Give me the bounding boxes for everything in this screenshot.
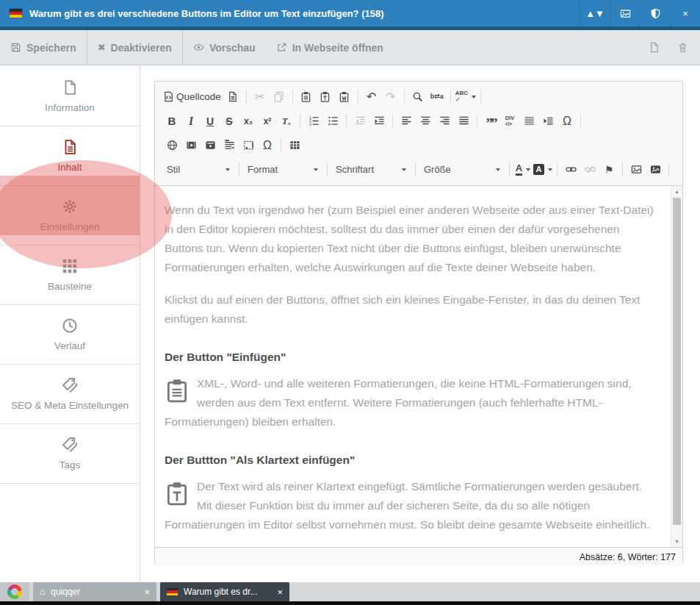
web-anchor-button[interactable] <box>163 137 181 154</box>
editor-content[interactable]: Wenn du Text von irgendwo her (zum Beisp… <box>155 186 682 547</box>
spellcheck-button[interactable]: ABC <box>455 88 476 106</box>
sidebar-item-information[interactable]: Information <box>0 67 140 126</box>
image-button[interactable] <box>627 161 645 179</box>
media-button-icon <box>620 8 631 19</box>
taskbar-tab-quiqqer[interactable]: ⌂quiqqer× <box>33 582 156 601</box>
align-center-button[interactable] <box>416 112 434 130</box>
size-select-label: Größe <box>424 164 451 175</box>
symbol-button[interactable]: Ω <box>259 137 276 154</box>
save-button[interactable]: Speichern <box>0 30 87 65</box>
taskbar-tab-page[interactable]: Warum gibt es dr...× <box>160 582 289 601</box>
clipboard-plain-text-icon <box>165 479 190 507</box>
line-spacing-button[interactable] <box>520 112 538 130</box>
content-heading: Der Buttton "Als Klartext einfügen" <box>165 451 659 470</box>
iframe-button[interactable] <box>239 137 257 154</box>
superscript-button[interactable]: x² <box>259 112 276 130</box>
delete-button[interactable] <box>677 42 688 53</box>
sidebar-item-inhalt-label: Inhalt <box>57 162 82 173</box>
indent-button[interactable] <box>370 112 388 130</box>
bullet-list-button[interactable] <box>324 112 342 130</box>
security-button[interactable] <box>640 0 670 26</box>
taskbar-tab-page-label: Warum gibt es dr... <box>184 587 257 597</box>
media-button[interactable] <box>610 0 640 26</box>
toolbar-separator <box>327 162 328 176</box>
spellcheck-button-icon: ABC <box>455 90 468 103</box>
outdent-button <box>351 112 369 130</box>
media-embed-button[interactable] <box>182 137 200 154</box>
source-button[interactable]: Quellcode <box>163 88 223 106</box>
underline-button[interactable]: U <box>201 112 219 130</box>
cut-button: ✂ <box>251 88 269 106</box>
italic-button-icon: I <box>189 115 193 127</box>
editor-scrollbar[interactable]: ▲ ▼ <box>671 186 682 547</box>
close-window-button[interactable]: × <box>670 0 700 26</box>
sidebar-item-inhalt[interactable]: Inhalt <box>0 126 140 186</box>
div-container-button[interactable]: DIV <box>501 112 519 130</box>
sidebar-item-tags-label: Tags <box>59 459 81 470</box>
scroll-up-icon[interactable]: ▲ <box>671 189 682 194</box>
youtube-button-icon <box>205 140 216 151</box>
style-select[interactable]: Stil <box>162 161 235 179</box>
new-page-button[interactable] <box>649 42 660 53</box>
sidebar-item-einstellungen[interactable]: Einstellungen <box>0 186 140 246</box>
paste-plain-text-button-icon <box>320 91 331 102</box>
table-button[interactable] <box>286 137 303 154</box>
undo-button[interactable]: ↶ <box>363 88 380 106</box>
anchor-button[interactable]: ⚑ <box>600 161 618 179</box>
scroll-down-icon[interactable]: ▼ <box>671 539 682 544</box>
editor-content-wrap: Wenn du Text von irgendwo her (zum Beisp… <box>155 186 682 547</box>
subscript-button[interactable]: x₂ <box>239 112 257 130</box>
close-tab-icon[interactable]: × <box>267 587 283 598</box>
chevron-down-icon <box>548 168 552 171</box>
size-select[interactable]: Größe <box>419 161 505 179</box>
replace-button[interactable]: b⇄a <box>428 88 446 106</box>
align-right-button[interactable] <box>436 112 453 130</box>
chevron-down-icon <box>496 168 500 171</box>
format-select[interactable]: Format <box>243 161 323 179</box>
paste-button[interactable] <box>297 88 315 106</box>
quiqqer-menu-button[interactable] <box>0 582 29 601</box>
deactivate-button[interactable]: ✖Deaktivieren <box>87 30 182 65</box>
style-select-label: Stil <box>167 164 180 175</box>
find-button[interactable] <box>409 88 427 106</box>
sidebar-item-tags[interactable]: Tags <box>0 424 140 484</box>
sidebar-item-verlauf[interactable]: Verlauf <box>0 305 140 365</box>
numbered-list-button[interactable] <box>305 112 322 130</box>
paste-plain-text-button[interactable] <box>317 88 334 106</box>
remove-format-button[interactable]: Tₓ <box>278 112 295 130</box>
collapse-window-button[interactable] <box>580 0 610 26</box>
clock-icon <box>62 318 78 334</box>
align-justify-button[interactable] <box>455 112 472 130</box>
window-controls: × <box>580 0 700 26</box>
preview-button[interactable]: Vorschau <box>183 30 266 65</box>
italic-button[interactable]: I <box>182 112 200 130</box>
align-left-button[interactable] <box>397 112 415 130</box>
sidebar-item-bausteine[interactable]: Bausteine <box>0 246 140 305</box>
text-color-button[interactable]: A <box>514 161 532 179</box>
chevron-down-icon <box>472 96 476 99</box>
bold-button[interactable]: B <box>163 112 181 130</box>
image-enhanced-button[interactable] <box>646 161 664 179</box>
toolbar-separator <box>480 90 481 104</box>
paste-from-word-button-icon <box>339 91 350 102</box>
template-button[interactable] <box>220 137 238 154</box>
templates-button[interactable] <box>224 88 242 106</box>
editor-panel: Quellcode✂↶↷b⇄aABCBIUSx₂x²Tₓ””DIVΩΩStilF… <box>154 81 683 563</box>
sidebar-item-seo[interactable]: SEO & Meta Einstellungen <box>0 365 140 424</box>
open-in-website-button[interactable]: In Webseite öffnen <box>266 30 394 65</box>
toolbar-separator <box>281 138 281 152</box>
page-break-button[interactable] <box>539 112 557 130</box>
bg-color-button[interactable]: A <box>533 161 552 179</box>
tags-icon <box>62 437 78 453</box>
strikethrough-button[interactable]: S <box>220 112 238 130</box>
paste-from-word-button[interactable] <box>336 88 353 106</box>
link-button[interactable] <box>562 161 580 179</box>
youtube-button[interactable] <box>201 137 219 154</box>
close-tab-icon[interactable]: × <box>134 587 150 598</box>
scrollbar-thumb[interactable] <box>673 198 681 525</box>
blockquote-button[interactable]: ”” <box>482 112 499 130</box>
editor-toolbar-row: BIUSx₂x²Tₓ””DIVΩ <box>159 109 678 133</box>
font-select[interactable]: Schriftart <box>331 161 411 179</box>
toolbar-separator <box>239 162 239 176</box>
special-char-button[interactable]: Ω <box>558 112 576 130</box>
